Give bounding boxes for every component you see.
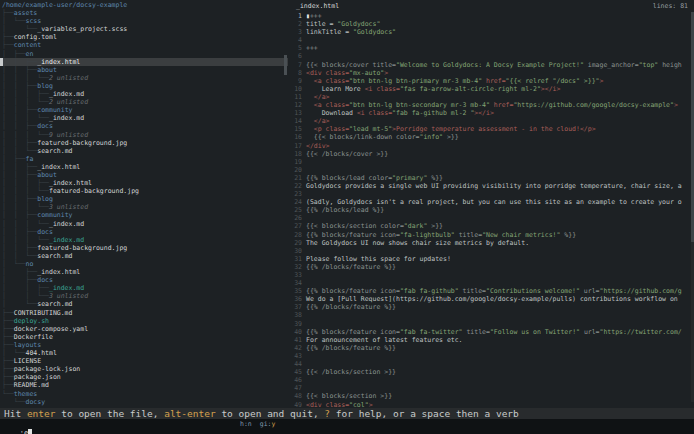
line-number: 28 bbox=[293, 231, 302, 239]
tree-row[interactable]: │ └──scss bbox=[0, 17, 288, 25]
code-line: 33 bbox=[290, 271, 694, 279]
code-line: 4 bbox=[290, 36, 694, 44]
file-tree[interactable]: /home/example-user/docsy-example├──asset… bbox=[0, 1, 288, 408]
file-label: 2 unlisted bbox=[49, 98, 88, 106]
tree-row[interactable]: │ │ │ └──_index.md bbox=[0, 114, 288, 122]
tree-branch-glyphs: │ │ │ └── bbox=[2, 74, 49, 82]
code-line: 32{{% /blocks/feature %}} bbox=[290, 263, 694, 271]
tree-row[interactable]: ├──CONTRIBUTING.md bbox=[0, 309, 288, 317]
broot-window: /home/example-user/docsy-example├──asset… bbox=[0, 0, 694, 434]
tree-row[interactable]: │ │ └──search.md bbox=[0, 252, 288, 260]
tree-row[interactable]: │ ├──en bbox=[0, 50, 288, 58]
tree-row[interactable]: └──themes bbox=[0, 390, 288, 398]
line-number: 12 bbox=[293, 101, 302, 109]
line-number: 23 bbox=[293, 190, 302, 198]
tree-branch-glyphs: ├── bbox=[2, 365, 14, 373]
tree-row[interactable]: │ │ ├──blog bbox=[0, 195, 288, 203]
tree-row[interactable]: ├──README.md bbox=[0, 381, 288, 389]
line-number: 6 bbox=[293, 52, 302, 60]
tree-row[interactable]: │ │ ├──community bbox=[0, 211, 288, 219]
line-number: 24 bbox=[293, 198, 302, 206]
tree-row[interactable]: ├──config.toml bbox=[0, 33, 288, 41]
tree-row[interactable]: │ └──search.md bbox=[0, 300, 288, 308]
tree-row[interactable]: /home/example-user/docsy-example bbox=[0, 1, 288, 9]
tree-row[interactable]: ├──assets bbox=[0, 9, 288, 17]
tree-row[interactable]: │ │ └──search.md bbox=[0, 147, 288, 155]
tree-row[interactable]: │ │ │ └──_index.md bbox=[0, 236, 288, 244]
code-line: 3linkTitle = "Goldydocs" bbox=[290, 28, 694, 36]
tree-row[interactable]: │ └──no bbox=[0, 260, 288, 268]
preview-header: _index.html lines: 81 bbox=[290, 0, 694, 11]
code-line: 19 bbox=[290, 158, 694, 166]
line-number: 7 bbox=[293, 61, 302, 69]
tree-row[interactable]: ├──deploy.sh bbox=[0, 317, 288, 325]
code-line: 23 bbox=[290, 190, 694, 198]
tree-branch-glyphs: │ │ ├── bbox=[2, 211, 37, 219]
file-label: 2 unlisted bbox=[49, 74, 88, 82]
tree-row[interactable]: │ │ ├──docs bbox=[0, 228, 288, 236]
line-number: 22 bbox=[293, 182, 302, 190]
tree-row-selected[interactable]: │ │ ├──_index.html bbox=[0, 58, 288, 66]
code-line: 11 </a> bbox=[290, 93, 694, 101]
preview-panel: _index.html lines: 81 1▮+++2title = "Gol… bbox=[290, 0, 694, 408]
tree-row[interactable]: │ │ ├──about bbox=[0, 66, 288, 74]
tree-row[interactable]: ├──layouts bbox=[0, 341, 288, 349]
line-number: 39 bbox=[293, 320, 302, 328]
tree-row[interactable]: │ │ ├──community bbox=[0, 106, 288, 114]
tree-row[interactable]: │ └──_variables_project.scss bbox=[0, 25, 288, 33]
line-number: 30 bbox=[293, 247, 302, 255]
code-line: 9 <a class="btn btn-lg btn-primary mr-3 … bbox=[290, 77, 694, 85]
tree-branch-glyphs: ├── bbox=[2, 309, 14, 317]
tree-branch-glyphs: └── bbox=[2, 398, 25, 406]
file-label: docker-compose.yaml bbox=[14, 325, 88, 333]
tree-row[interactable]: │ │ │ └──_index.md bbox=[0, 220, 288, 228]
tree-branch-glyphs: │ │ │ └── bbox=[2, 98, 49, 106]
file-label: _index.md bbox=[49, 284, 84, 292]
file-label: Dockerfile bbox=[14, 333, 53, 341]
tree-row[interactable]: │ │ ├──featured-background.jpg bbox=[0, 139, 288, 147]
command-input[interactable]: :e h:ngi:y bbox=[0, 419, 694, 434]
tree-row[interactable]: │ ├──_index.html bbox=[0, 268, 288, 276]
tree-row[interactable]: │ │ │ └──featured-background.jpg bbox=[0, 187, 288, 195]
tree-row[interactable]: └──docsy bbox=[0, 398, 288, 406]
dir-label: about bbox=[37, 171, 57, 179]
tree-row[interactable]: │ ├──docs bbox=[0, 276, 288, 284]
line-number: 26 bbox=[293, 214, 302, 222]
code-line: 44 bbox=[290, 360, 694, 368]
tree-row[interactable]: │ ├──fa bbox=[0, 155, 288, 163]
tree-row[interactable]: ├──Dockerfile bbox=[0, 333, 288, 341]
line-number: 13 bbox=[293, 109, 302, 117]
dir-label: blog bbox=[37, 82, 53, 90]
code-line: 10 Learn More <i class="fas fa-arrow-alt… bbox=[290, 85, 694, 93]
tree-row[interactable]: ├──package.json bbox=[0, 373, 288, 381]
tree-row[interactable]: ├──package-lock.json bbox=[0, 365, 288, 373]
dir-label: docs bbox=[37, 276, 53, 284]
code-line: 45{{< /blocks/section >}} bbox=[290, 368, 694, 376]
line-number: 10 bbox=[293, 85, 302, 93]
tree-scrollbar[interactable] bbox=[284, 55, 287, 75]
tree-row[interactable]: │ │ ├──_index.md bbox=[0, 284, 288, 292]
code-line: 35{{% blocks/feature icon="fab fa-github… bbox=[290, 287, 694, 295]
code-line: 39 bbox=[290, 320, 694, 328]
tree-row[interactable]: │ │ ├──_index.html bbox=[0, 163, 288, 171]
tree-branch-glyphs: │ │ │ └── bbox=[2, 187, 49, 195]
tree-row[interactable]: │ │ ├──about bbox=[0, 171, 288, 179]
tree-row[interactable]: │ │ ├──blog bbox=[0, 82, 288, 90]
tree-branch-glyphs: │ └── bbox=[2, 260, 25, 268]
tree-row[interactable]: ├──content bbox=[0, 41, 288, 49]
tree-row[interactable]: │ └──404.html bbox=[0, 349, 288, 357]
code-line: 40{{% blocks/feature icon="fab fa-twitte… bbox=[290, 328, 694, 336]
code-line: 43 bbox=[290, 352, 694, 360]
file-label: _variables_project.scss bbox=[37, 25, 127, 33]
tree-row[interactable]: │ │ ├──featured-background.jpg bbox=[0, 244, 288, 252]
file-label: CONTRIBUTING.md bbox=[14, 309, 73, 317]
code-line: 42{{% /blocks/feature %}} bbox=[290, 344, 694, 352]
tree-row[interactable]: ├──docker-compose.yaml bbox=[0, 325, 288, 333]
tree-row[interactable]: │ │ │ ├──_index.html bbox=[0, 179, 288, 187]
tree-branch-glyphs: ├── bbox=[2, 333, 14, 341]
tree-row: │ │ │ └──3 unlisted bbox=[0, 203, 288, 211]
tree-row[interactable]: │ │ ├──docs bbox=[0, 122, 288, 130]
line-number: 16 bbox=[293, 133, 302, 141]
tree-row[interactable]: ├──LICENSE bbox=[0, 357, 288, 365]
tree-row[interactable]: │ │ │ ├──_index.md bbox=[0, 90, 288, 98]
